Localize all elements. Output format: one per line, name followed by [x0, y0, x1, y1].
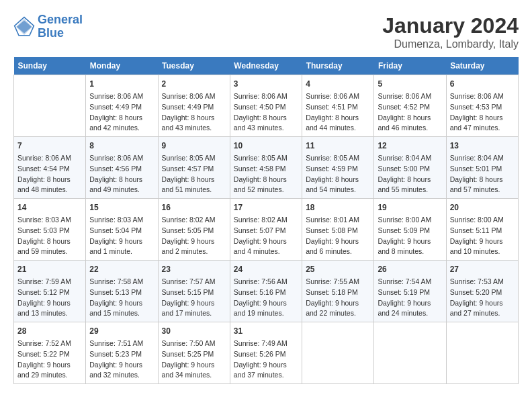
day-info: Sunrise: 8:02 AMSunset: 5:05 PMDaylight:… [162, 215, 226, 257]
day-info: Sunrise: 8:06 AMSunset: 4:53 PMDaylight:… [450, 91, 515, 134]
day-info: Sunrise: 8:06 AMSunset: 4:54 PMDaylight:… [17, 153, 82, 195]
calendar-cell: 11Sunrise: 8:05 AMSunset: 4:59 PMDayligh… [302, 137, 374, 199]
logo-line1: General [38, 13, 83, 26]
logo-line2: Blue [38, 26, 64, 40]
calendar-week-row: 7Sunrise: 8:06 AMSunset: 4:54 PMDaylight… [14, 137, 519, 199]
calendar-cell: 24Sunrise: 7:56 AMSunset: 5:16 PMDayligh… [230, 261, 302, 322]
calendar-cell [302, 322, 374, 384]
calendar-cell: 17Sunrise: 8:02 AMSunset: 5:07 PMDayligh… [230, 199, 302, 261]
logo: General Blue [13, 13, 83, 40]
day-number: 3 [234, 78, 298, 90]
day-number: 14 [17, 201, 82, 214]
calendar-cell: 9Sunrise: 8:05 AMSunset: 4:57 PMDaylight… [158, 137, 230, 199]
day-number: 1 [89, 78, 154, 90]
calendar-cell: 2Sunrise: 8:06 AMSunset: 4:49 PMDaylight… [158, 75, 230, 137]
day-info: Sunrise: 8:01 AMSunset: 5:08 PMDaylight:… [306, 215, 370, 257]
calendar-cell [446, 322, 518, 384]
calendar-cell: 13Sunrise: 8:04 AMSunset: 5:01 PMDayligh… [446, 137, 518, 199]
calendar-cell: 29Sunrise: 7:51 AMSunset: 5:23 PMDayligh… [86, 322, 158, 384]
calendar-week-row: 21Sunrise: 7:59 AMSunset: 5:12 PMDayligh… [14, 261, 519, 322]
day-info: Sunrise: 7:51 AMSunset: 5:23 PMDaylight:… [89, 338, 154, 381]
day-number: 27 [450, 263, 515, 275]
calendar-cell: 7Sunrise: 8:06 AMSunset: 4:54 PMDaylight… [14, 137, 86, 199]
calendar-cell: 21Sunrise: 7:59 AMSunset: 5:12 PMDayligh… [14, 261, 86, 322]
calendar-cell: 22Sunrise: 7:58 AMSunset: 5:13 PMDayligh… [86, 261, 158, 322]
weekday-header: Saturday [446, 57, 518, 75]
weekday-header: Friday [374, 57, 446, 75]
month-title: January 2024 [382, 13, 519, 38]
day-number: 12 [378, 140, 442, 152]
day-info: Sunrise: 8:06 AMSunset: 4:51 PMDaylight:… [306, 91, 370, 134]
day-info: Sunrise: 8:05 AMSunset: 4:57 PMDaylight:… [162, 153, 226, 195]
weekday-header: Monday [86, 57, 158, 75]
page-header: General Blue January 2024 Dumenza, Lomba… [13, 13, 519, 50]
calendar-cell [14, 75, 86, 137]
location-title: Dumenza, Lombardy, Italy [382, 38, 519, 50]
calendar-cell: 27Sunrise: 7:53 AMSunset: 5:20 PMDayligh… [446, 261, 518, 322]
day-number: 17 [234, 201, 298, 214]
day-info: Sunrise: 8:04 AMSunset: 5:01 PMDaylight:… [450, 153, 515, 195]
day-info: Sunrise: 7:52 AMSunset: 5:22 PMDaylight:… [17, 338, 82, 381]
day-number: 26 [378, 263, 442, 275]
calendar-cell [374, 322, 446, 384]
calendar-table: SundayMondayTuesdayWednesdayThursdayFrid… [13, 57, 519, 384]
day-info: Sunrise: 8:05 AMSunset: 4:58 PMDaylight:… [234, 153, 298, 195]
day-number: 18 [306, 201, 370, 214]
calendar-week-row: 1Sunrise: 8:06 AMSunset: 4:49 PMDaylight… [14, 75, 519, 137]
day-number: 20 [450, 201, 515, 214]
day-number: 28 [17, 325, 82, 337]
day-number: 2 [162, 78, 226, 90]
day-info: Sunrise: 7:53 AMSunset: 5:20 PMDaylight:… [450, 277, 515, 319]
calendar-week-row: 14Sunrise: 8:03 AMSunset: 5:03 PMDayligh… [14, 199, 519, 261]
calendar-cell: 8Sunrise: 8:06 AMSunset: 4:56 PMDaylight… [86, 137, 158, 199]
calendar-cell: 3Sunrise: 8:06 AMSunset: 4:50 PMDaylight… [230, 75, 302, 137]
day-info: Sunrise: 8:03 AMSunset: 5:03 PMDaylight:… [17, 215, 82, 257]
day-info: Sunrise: 8:06 AMSunset: 4:52 PMDaylight:… [378, 91, 442, 134]
weekday-header-row: SundayMondayTuesdayWednesdayThursdayFrid… [14, 57, 519, 75]
day-number: 21 [17, 263, 82, 275]
day-number: 6 [450, 78, 515, 90]
day-info: Sunrise: 8:06 AMSunset: 4:49 PMDaylight:… [162, 91, 226, 134]
calendar-cell: 1Sunrise: 8:06 AMSunset: 4:49 PMDaylight… [86, 75, 158, 137]
calendar-cell: 5Sunrise: 8:06 AMSunset: 4:52 PMDaylight… [374, 75, 446, 137]
day-info: Sunrise: 8:00 AMSunset: 5:09 PMDaylight:… [378, 215, 442, 257]
calendar-cell: 28Sunrise: 7:52 AMSunset: 5:22 PMDayligh… [14, 322, 86, 384]
calendar-cell: 25Sunrise: 7:55 AMSunset: 5:18 PMDayligh… [302, 261, 374, 322]
calendar-cell: 23Sunrise: 7:57 AMSunset: 5:15 PMDayligh… [158, 261, 230, 322]
weekday-header: Thursday [302, 57, 374, 75]
calendar-cell: 12Sunrise: 8:04 AMSunset: 5:00 PMDayligh… [374, 137, 446, 199]
day-info: Sunrise: 8:04 AMSunset: 5:00 PMDaylight:… [378, 153, 442, 195]
weekday-header: Wednesday [230, 57, 302, 75]
logo-icon [13, 16, 35, 38]
title-block: January 2024 Dumenza, Lombardy, Italy [382, 13, 519, 50]
calendar-cell: 19Sunrise: 8:00 AMSunset: 5:09 PMDayligh… [374, 199, 446, 261]
day-info: Sunrise: 7:54 AMSunset: 5:19 PMDaylight:… [378, 277, 442, 319]
calendar-cell: 16Sunrise: 8:02 AMSunset: 5:05 PMDayligh… [158, 199, 230, 261]
day-number: 30 [162, 325, 226, 337]
day-number: 25 [306, 263, 370, 275]
day-number: 5 [378, 78, 442, 90]
calendar-cell: 4Sunrise: 8:06 AMSunset: 4:51 PMDaylight… [302, 75, 374, 137]
calendar-cell: 26Sunrise: 7:54 AMSunset: 5:19 PMDayligh… [374, 261, 446, 322]
day-number: 13 [450, 140, 515, 152]
day-number: 29 [89, 325, 154, 337]
day-info: Sunrise: 7:59 AMSunset: 5:12 PMDaylight:… [17, 277, 82, 319]
calendar-cell: 14Sunrise: 8:03 AMSunset: 5:03 PMDayligh… [14, 199, 86, 261]
day-info: Sunrise: 7:55 AMSunset: 5:18 PMDaylight:… [306, 277, 370, 319]
day-number: 19 [378, 201, 442, 214]
day-number: 9 [162, 140, 226, 152]
day-number: 16 [162, 201, 226, 214]
weekday-header: Tuesday [158, 57, 230, 75]
day-info: Sunrise: 8:06 AMSunset: 4:56 PMDaylight:… [89, 153, 154, 195]
day-info: Sunrise: 7:58 AMSunset: 5:13 PMDaylight:… [89, 277, 154, 319]
calendar-cell: 20Sunrise: 8:00 AMSunset: 5:11 PMDayligh… [446, 199, 518, 261]
day-info: Sunrise: 8:00 AMSunset: 5:11 PMDaylight:… [450, 215, 515, 257]
day-number: 22 [89, 263, 154, 275]
calendar-week-row: 28Sunrise: 7:52 AMSunset: 5:22 PMDayligh… [14, 322, 519, 384]
calendar-cell: 10Sunrise: 8:05 AMSunset: 4:58 PMDayligh… [230, 137, 302, 199]
day-info: Sunrise: 8:03 AMSunset: 5:04 PMDaylight:… [89, 215, 154, 257]
weekday-header: Sunday [14, 57, 86, 75]
day-number: 23 [162, 263, 226, 275]
calendar-cell: 6Sunrise: 8:06 AMSunset: 4:53 PMDaylight… [446, 75, 518, 137]
day-number: 24 [234, 263, 298, 275]
